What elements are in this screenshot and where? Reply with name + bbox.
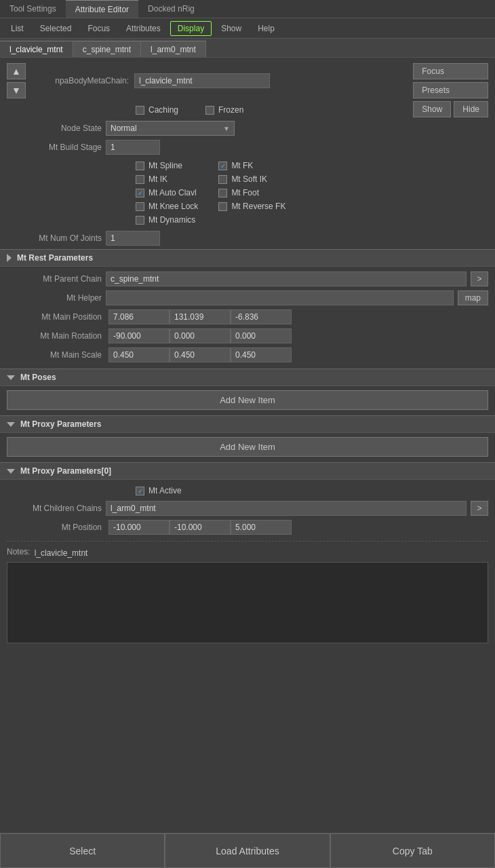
rest-params-triangle-icon [7, 254, 12, 262]
file-tab-l-clavicle[interactable]: l_clavicle_mtnt [0, 41, 73, 57]
main-position-row: Mt Main Position [0, 307, 495, 326]
presets-button[interactable]: Presets [413, 82, 488, 98]
helper-label: Mt Helper [7, 293, 102, 303]
node-state-value: Normal [111, 124, 137, 133]
parent-chain-row: Mt Parent Chain > [0, 269, 495, 288]
notes-label: Notes: [7, 547, 31, 556]
tool-settings-tab[interactable]: Tool Settings [0, 0, 66, 18]
npa-body-meta-chain-label: npaBodyMetaChain: [34, 76, 129, 86]
focus-button[interactable]: Focus [413, 63, 488, 79]
helper-row: Mt Helper map [0, 288, 495, 307]
mt-position-x-input[interactable] [108, 520, 170, 535]
proxy-add-new-item-button[interactable]: Add New Item [7, 437, 488, 457]
cb-mt-spline: Mt Spline [136, 161, 198, 170]
notes-textarea[interactable] [7, 562, 488, 643]
mt-position-y-input[interactable] [170, 520, 231, 535]
proxy-params-0-header[interactable]: Mt Proxy Parameters[0] [0, 462, 495, 480]
mt-build-stage-row: Mt Build Stage [0, 138, 495, 157]
node-state-label: Node State [7, 124, 102, 133]
mt-ik-checkbox[interactable] [136, 175, 144, 184]
main-position-y-input[interactable] [170, 309, 231, 324]
mt-build-stage-label: Mt Build Stage [7, 143, 102, 152]
map-button[interactable]: map [458, 290, 488, 305]
poses-triangle-icon [7, 375, 15, 380]
arrow-down-icon[interactable]: ▼ [7, 82, 26, 98]
main-position-x-input[interactable] [108, 309, 170, 324]
main-position-z-input[interactable] [231, 309, 292, 324]
main-scale-z-input[interactable] [231, 347, 292, 362]
main-rotation-z-input[interactable] [231, 328, 292, 343]
select-button[interactable]: Select [0, 833, 165, 868]
file-tabs-row: l_clavicle_mtnt c_spine_mtnt l_arm0_mtnt [0, 39, 495, 58]
checkboxes-section: Mt Spline Mt IK Mt Auto Clavl Mt Knee Lo… [0, 157, 495, 229]
mt-reverse-fk-checkbox[interactable] [218, 202, 227, 211]
npa-body-meta-chain-input[interactable] [134, 73, 270, 88]
mt-dynamics-checkbox[interactable] [136, 216, 144, 225]
mt-position-row: Mt Position [0, 518, 495, 537]
caching-checkbox[interactable] [136, 106, 144, 115]
cb-mt-knee-lock: Mt Knee Lock [136, 202, 198, 211]
children-chains-arrow-button[interactable]: > [471, 501, 488, 516]
mt-spline-checkbox[interactable] [136, 162, 144, 170]
mt-auto-clavl-checkbox[interactable] [136, 189, 144, 197]
node-state-dropdown[interactable]: Normal ▼ [106, 121, 235, 136]
show-button[interactable]: Show [413, 101, 451, 117]
divider [7, 541, 488, 542]
mt-position-label: Mt Position [7, 523, 102, 532]
mt-foot-checkbox[interactable] [218, 189, 227, 197]
menu-show[interactable]: Show [214, 22, 248, 35]
main-scale-x-input[interactable] [108, 347, 170, 362]
caching-label: Caching [148, 105, 178, 115]
mt-num-joints-input[interactable] [106, 231, 160, 246]
main-content: ▲ ▼ npaBodyMetaChain: Focus Presets Show… [0, 58, 495, 833]
main-position-label: Mt Main Position [7, 312, 102, 322]
poses-title: Mt Poses [20, 373, 56, 382]
node-state-row: Node State Normal ▼ [0, 119, 495, 138]
copy-tab-button[interactable]: Copy Tab [330, 833, 495, 868]
proxy-params-0-title: Mt Proxy Parameters[0] [20, 466, 111, 476]
menu-attributes[interactable]: Attributes [119, 22, 167, 35]
docked-nrig-tab[interactable]: Docked nRig [138, 0, 204, 18]
parent-chain-label: Mt Parent Chain [7, 274, 102, 284]
menu-selected[interactable]: Selected [33, 22, 79, 35]
parent-chain-arrow-button[interactable]: > [471, 271, 488, 286]
menu-focus[interactable]: Focus [81, 22, 117, 35]
load-attributes-button[interactable]: Load Attributes [165, 833, 330, 868]
children-chains-input[interactable] [106, 501, 467, 516]
frozen-checkbox[interactable] [205, 106, 214, 115]
attribute-editor-tab[interactable]: Attribute Editor [66, 0, 138, 18]
children-chains-label: Mt Children Chains [7, 504, 102, 513]
mt-soft-ik-checkbox[interactable] [218, 175, 227, 184]
main-rotation-row: Mt Main Rotation [0, 326, 495, 345]
menu-list[interactable]: List [4, 22, 31, 35]
rest-parameters-header[interactable]: Mt Rest Parameters [0, 249, 495, 267]
dropdown-arrow-icon: ▼ [223, 125, 230, 132]
mt-knee-lock-checkbox[interactable] [136, 202, 144, 211]
main-scale-y-input[interactable] [170, 347, 231, 362]
file-tab-l-arm0[interactable]: l_arm0_mtnt [141, 41, 206, 57]
menu-display[interactable]: Display [170, 21, 212, 36]
parent-chain-input[interactable] [106, 271, 467, 286]
file-tab-c-spine[interactable]: c_spine_mtnt [73, 41, 141, 57]
hide-button[interactable]: Hide [454, 101, 488, 117]
menu-bar: List Selected Focus Attributes Display S… [0, 18, 495, 39]
mt-active-row: Mt Active [0, 483, 495, 499]
mt-position-z-input[interactable] [231, 520, 292, 535]
cb-mt-dynamics: Mt Dynamics [136, 215, 198, 225]
mt-fk-checkbox[interactable] [218, 162, 227, 170]
main-rotation-label: Mt Main Rotation [7, 331, 102, 341]
mt-build-stage-input[interactable] [106, 140, 160, 155]
main-rotation-y-input[interactable] [170, 328, 231, 343]
children-chains-row: Mt Children Chains > [0, 499, 495, 518]
notes-section: Notes: l_clavicle_mtnt [0, 543, 495, 649]
arrow-up-icon[interactable]: ▲ [7, 63, 26, 79]
helper-input[interactable] [106, 290, 454, 305]
menu-help[interactable]: Help [251, 22, 281, 35]
main-rotation-x-input[interactable] [108, 328, 170, 343]
proxy-params-header[interactable]: Mt Proxy Parameters [0, 415, 495, 433]
cb-mt-ik: Mt IK [136, 174, 198, 184]
poses-add-new-item-button[interactable]: Add New Item [7, 390, 488, 410]
mt-spline-label: Mt Spline [148, 161, 182, 170]
poses-header[interactable]: Mt Poses [0, 369, 495, 386]
mt-active-checkbox[interactable] [136, 487, 144, 495]
